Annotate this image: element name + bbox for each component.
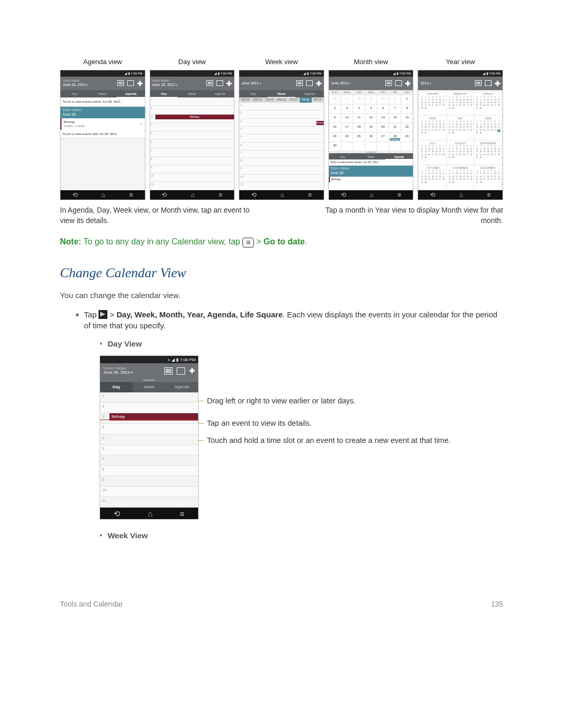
- home-icon[interactable]: ⌂: [148, 508, 153, 519]
- today-icon[interactable]: [485, 80, 492, 86]
- tab-week[interactable]: Week: [178, 90, 206, 97]
- bullet-icon: ■: [76, 311, 79, 547]
- year-label: Year view: [418, 57, 503, 67]
- tab-agenda[interactable]: Agenda: [296, 90, 324, 97]
- tab-agenda[interactable]: Agenda: [385, 153, 413, 159]
- grid-icon[interactable]: [296, 80, 303, 86]
- home-icon[interactable]: ⌂: [280, 191, 284, 200]
- mini-month[interactable]: JUNE123456789101112131415161718192021222…: [475, 116, 501, 139]
- section-heading: Change Calendar View: [60, 264, 503, 282]
- footer-section: Tools and Calendar: [60, 599, 123, 610]
- menu-icon[interactable]: ≡: [487, 191, 491, 200]
- today-icon[interactable]: [395, 80, 402, 86]
- day-event[interactable]: Birthday: [155, 115, 235, 119]
- signal-icon: ◢: [172, 357, 175, 363]
- signal-icon: ●: [167, 357, 170, 363]
- week-day-headers: SUN 23 MON 24 TUE 25 WED 26 THU 27 FRI 2…: [239, 97, 324, 103]
- touch-before[interactable]: Touch to view events before Jun 28, 2013: [60, 97, 145, 106]
- add-icon[interactable]: ✚: [316, 80, 322, 87]
- leader-line: [199, 401, 204, 401]
- day-rows-large[interactable]: 1 2 3Birthday 4 5 6 7 8 9 10 11: [100, 392, 198, 508]
- mini-month[interactable]: APRIL12345678910111213141516171819202122…: [420, 116, 446, 139]
- page-footer: Tools and Calendar 135: [60, 599, 503, 610]
- home-icon[interactable]: ⌂: [102, 191, 105, 200]
- home-icon[interactable]: ⌂: [191, 191, 194, 200]
- back-icon[interactable]: ⟲: [114, 508, 120, 519]
- mini-month[interactable]: MARCH12345678910111213141516171819202122…: [475, 92, 501, 115]
- mini-month[interactable]: JANUARY123456789101112131415161718192021…: [420, 92, 446, 115]
- touch-after[interactable]: Touch to view events after Jul 28, 2013: [60, 130, 145, 139]
- tab-day[interactable]: Day: [239, 90, 267, 97]
- mini-month[interactable]: JULY123456789101112131415161718192021222…: [420, 141, 446, 164]
- signal-icon: ◢: [125, 71, 127, 76]
- today-icon[interactable]: [127, 80, 134, 86]
- mini-month[interactable]: NOVEMBER12345678910111213141516171819202…: [447, 166, 473, 189]
- tab-day[interactable]: Day: [150, 90, 178, 97]
- month-phone: ◢▮7:00 PM June 2013 ▾ ✚ SUNMONTUEWEDTHUF…: [328, 70, 414, 200]
- add-icon[interactable]: ✚: [405, 80, 411, 87]
- tab-week[interactable]: Week: [267, 90, 296, 97]
- agenda-event[interactable]: Birthday3:00PM – 4:00PM ↻: [60, 118, 145, 129]
- tab-day[interactable]: Day: [60, 90, 89, 97]
- status-time: 7:00 PM: [131, 71, 142, 76]
- callout-2: Tap an event to view its details.: [199, 418, 503, 428]
- tabs: Day Week Agenda: [60, 90, 145, 97]
- tab-week[interactable]: Week: [133, 382, 166, 392]
- add-icon[interactable]: ✚: [189, 367, 195, 375]
- header-icons: ✚: [117, 80, 143, 87]
- back-icon[interactable]: ⟲: [162, 191, 167, 200]
- mini-month[interactable]: DECEMBER12345678910111213141516171819202…: [475, 166, 501, 189]
- month-col: Month view ◢▮7:00 PM June 2013 ▾ ✚ SUNMO…: [328, 57, 414, 200]
- caption-left: In Agenda, Day, Week view, or Month view…: [60, 205, 260, 226]
- add-icon[interactable]: ✚: [226, 80, 232, 87]
- agenda-label: Agenda view: [60, 57, 145, 67]
- app-switch-icon: [99, 310, 107, 319]
- grid-icon[interactable]: [206, 80, 213, 86]
- mini-month[interactable]: OCTOBER123456789101112131415161718192021…: [420, 166, 446, 189]
- day-phone-small: ◢▮7:00 PM TODAY, FRIDAYJune 28, 2013 ▾ ✚…: [150, 70, 235, 200]
- mini-month[interactable]: AUGUST1234567891011121314151617181920212…: [447, 141, 473, 164]
- mini-month[interactable]: SEPTEMBER1234567891011121314151617181920…: [475, 141, 501, 164]
- today-icon[interactable]: [306, 80, 313, 86]
- tab-agenda[interactable]: Agenda: [117, 90, 145, 97]
- status-bar: ◢▮7:00 PM: [60, 70, 145, 77]
- sub-item-day: ● Day View: [100, 338, 503, 349]
- menu-icon[interactable]: ≡: [397, 191, 401, 200]
- today-icon[interactable]: [177, 367, 185, 375]
- menu-icon[interactable]: ≡: [308, 191, 312, 200]
- tab-day[interactable]: Day: [329, 153, 357, 159]
- day-phone-large: ●◢▮7:00 PM TODAY, FRIDAYJune 28, 2013 ▾ …: [100, 355, 199, 520]
- tab-day[interactable]: Day: [100, 382, 133, 392]
- today-icon[interactable]: [216, 80, 223, 86]
- year-phone: ◢▮7:00 PM 2013 ▾ ✚ JANUARY12345678910111…: [418, 70, 503, 200]
- back-icon[interactable]: ⟲: [251, 191, 256, 200]
- day-col: Day view ◢▮7:00 PM TODAY, FRIDAYJune 28,…: [150, 57, 235, 200]
- mini-month[interactable]: FEBRUARY12345678910111213141516171819202…: [447, 92, 473, 115]
- back-icon[interactable]: ⟲: [72, 191, 78, 200]
- grid-icon[interactable]: [164, 367, 173, 375]
- add-icon[interactable]: ✚: [137, 80, 143, 87]
- nav-bar: ⟲⌂≡: [60, 190, 145, 200]
- tab-agenda[interactable]: Agenda: [165, 382, 198, 392]
- views-row: Agenda view ◢▮7:00 PM TODAY, FRIDAYJune …: [60, 57, 503, 200]
- sub-item-week: ● Week View: [100, 530, 503, 541]
- grid-icon[interactable]: [117, 80, 124, 86]
- bullet-list: ■ Tap > Day, Week, Month, Year, Agenda, …: [76, 309, 503, 547]
- add-icon[interactable]: ✚: [495, 80, 500, 87]
- back-icon[interactable]: ⟲: [430, 191, 435, 200]
- menu-icon[interactable]: ≡: [218, 191, 222, 200]
- home-icon[interactable]: ⌂: [370, 191, 373, 200]
- week-view-heading: Week View: [107, 530, 148, 541]
- tab-week[interactable]: Week: [89, 90, 117, 97]
- menu-icon[interactable]: ≡: [180, 508, 185, 519]
- mini-month[interactable]: MAY1234567891011121314151617181920212223…: [447, 116, 473, 139]
- back-icon[interactable]: ⟲: [341, 191, 346, 200]
- menu-icon[interactable]: ≡: [129, 191, 133, 200]
- grid-icon[interactable]: [475, 80, 482, 86]
- grid-icon[interactable]: [385, 80, 392, 86]
- week-event[interactable]: Birthday: [316, 121, 324, 125]
- tab-agenda[interactable]: Agenda: [206, 90, 234, 97]
- home-icon[interactable]: ⌂: [459, 191, 463, 200]
- footer-page: 135: [491, 599, 503, 610]
- tab-week[interactable]: Week: [357, 153, 385, 159]
